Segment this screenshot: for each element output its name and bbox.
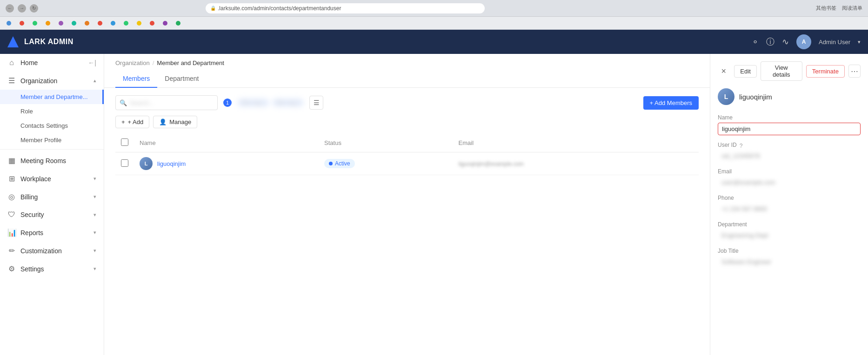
sidebar-item-billing[interactable]: ◎ Billing ▾: [0, 188, 104, 206]
right-panel: × Edit View details Terminate ⋯ L liguoq…: [710, 54, 868, 355]
manage-button[interactable]: 👤 Manage: [153, 116, 197, 128]
more-options-button[interactable]: ⋯: [848, 65, 861, 78]
breadcrumb-org[interactable]: Organization: [115, 59, 150, 66]
reload-button[interactable]: ↻: [30, 4, 38, 13]
sidebar-item-role[interactable]: Role: [0, 104, 104, 118]
panel-userid-field: User ID ? uid_12345678: [718, 142, 861, 162]
panel-user-info: L liguoqinjim: [718, 88, 861, 105]
panel-close-button[interactable]: ×: [718, 65, 729, 77]
sidebar-item-organization[interactable]: ☰ Organization ▴: [0, 72, 104, 90]
bookmark-4[interactable]: [43, 20, 53, 26]
title-field-label: Job Title: [718, 248, 861, 254]
sidebar-item-org-label: Organization: [20, 77, 57, 85]
select-all-checkbox[interactable]: [121, 138, 128, 146]
apps-icon[interactable]: ∿: [782, 37, 789, 47]
bookmark-1[interactable]: [4, 20, 14, 26]
panel-action-buttons: Edit View details Terminate ⋯: [734, 61, 861, 81]
bookmark-5[interactable]: [56, 20, 66, 26]
content-area: Organization / Member and Department Mem…: [104, 54, 710, 355]
bookmark-8[interactable]: [95, 20, 105, 26]
table-toolbar: 🔍 Search... 1 filter tag 1 filter tag 2 …: [115, 95, 699, 110]
close-icon: ×: [721, 66, 726, 76]
member-dept-label: Member and Departme...: [20, 93, 88, 100]
filter-count[interactable]: 1: [223, 99, 232, 107]
app-header: LARK ADMIN ⚬ ⓘ ∿ A Admin User ▾: [0, 30, 868, 54]
dept-field-value: Engineering Dept: [718, 230, 861, 241]
bookmark-7[interactable]: [82, 20, 92, 26]
sidebar-item-member-dept[interactable]: Member and Departme...: [0, 90, 104, 104]
search-box[interactable]: 🔍 Search...: [115, 95, 218, 110]
member-avatar: L: [140, 157, 153, 170]
bookmark-6[interactable]: [69, 20, 79, 26]
row-checkbox[interactable]: [121, 159, 128, 167]
url-bar[interactable]: 🔒 .larksuite.com/admin/contacts/departme…: [206, 3, 485, 13]
dept-field-label: Department: [718, 221, 861, 228]
add-button[interactable]: + + Add: [115, 116, 149, 128]
member-name[interactable]: liguoqinjim: [157, 160, 186, 167]
header-right: ⚬ ⓘ ∿ A Admin User ▾: [752, 34, 861, 49]
help-icon[interactable]: ⓘ: [766, 36, 775, 47]
bookmark-13[interactable]: [160, 20, 170, 26]
panel-header: × Edit View details Terminate ⋯: [718, 61, 861, 81]
settings-label: Settings: [20, 265, 44, 273]
sidebar-item-member-profile[interactable]: Member Profile: [0, 133, 104, 147]
sidebar-item-settings[interactable]: ⚙ Settings ▾: [0, 260, 104, 278]
name-field-label: Name: [718, 114, 861, 121]
search-icon[interactable]: ⚬: [752, 37, 759, 47]
bookmark-label1: 其他书签: [816, 5, 836, 12]
table-area: 🔍 Search... 1 filter tag 1 filter tag 2 …: [104, 88, 710, 355]
sidebar-item-workplace[interactable]: ⊞ Workplace ▾: [0, 170, 104, 188]
sidebar-collapse-icon[interactable]: ←|: [88, 59, 96, 66]
userid-field-label: User ID: [718, 142, 737, 148]
bookmark-9[interactable]: [108, 20, 118, 26]
bookmark-12[interactable]: [147, 20, 157, 26]
help-circle-icon[interactable]: ?: [740, 143, 743, 149]
more-icon: ⋯: [851, 67, 858, 76]
email-cell: liguoqinjim@example.com: [459, 161, 524, 167]
forward-button[interactable]: →: [18, 4, 26, 13]
tab-department[interactable]: Department: [157, 70, 206, 88]
list-view-toggle[interactable]: ☰: [309, 96, 323, 110]
userid-field-value: uid_12345678: [718, 150, 861, 162]
url-text: .larksuite.com/admin/contacts/department…: [218, 5, 341, 12]
bookmark-10[interactable]: [121, 20, 131, 26]
bookmark-11[interactable]: [134, 20, 144, 26]
customization-chevron-icon: ▾: [93, 248, 96, 254]
bookmark-label2: 阅读清单: [842, 5, 862, 12]
lock-icon: 🔒: [210, 6, 216, 11]
contacts-settings-label: Contacts Settings: [20, 122, 68, 129]
bookmark-3[interactable]: [30, 20, 40, 26]
status-dot-icon: [329, 162, 333, 165]
terminate-button[interactable]: Terminate: [806, 65, 845, 78]
bookmark-14[interactable]: [173, 20, 183, 26]
billing-label: Billing: [20, 193, 38, 201]
sidebar-item-reports[interactable]: 📊 Reports ▾: [0, 224, 104, 242]
sidebar-item-security[interactable]: 🛡 Security ▾: [0, 206, 104, 224]
user-avatar[interactable]: A: [796, 34, 811, 49]
sidebar-item-home[interactable]: ⌂ Home ←|: [0, 54, 104, 72]
breadcrumb-current: Member and Department: [157, 59, 224, 66]
tab-members[interactable]: Members: [115, 70, 157, 88]
bookmarks-bar: [0, 17, 868, 30]
reports-icon: 📊: [7, 228, 16, 237]
panel-username: liguoqinjim: [739, 93, 772, 101]
sidebar-item-customization[interactable]: ✏ Customization ▾: [0, 242, 104, 260]
breadcrumb: Organization / Member and Department: [104, 54, 710, 66]
sidebar-item-home-label: Home: [20, 59, 38, 66]
phone-field-value: +1 234 567 8900: [718, 203, 861, 215]
back-button[interactable]: ←: [6, 4, 14, 13]
bookmark-2[interactable]: [17, 20, 27, 26]
header-chevron-icon[interactable]: ▾: [858, 39, 861, 45]
sidebar-item-meeting-rooms[interactable]: ▦ Meeting Rooms: [0, 151, 104, 170]
meeting-rooms-icon: ▦: [7, 156, 16, 165]
add-icon: +: [121, 118, 125, 125]
edit-button[interactable]: Edit: [734, 65, 756, 78]
add-members-button[interactable]: + Add Members: [643, 96, 699, 110]
sidebar-item-contacts-settings[interactable]: Contacts Settings: [0, 118, 104, 133]
tabs-bar: Members Department: [104, 70, 710, 88]
panel-department-field: Department Engineering Dept: [718, 221, 861, 241]
view-details-button[interactable]: View details: [761, 61, 802, 81]
workplace-chevron-icon: ▾: [93, 176, 96, 182]
manage-icon: 👤: [159, 118, 167, 125]
name-field-value: liguoqinjim: [718, 123, 861, 135]
